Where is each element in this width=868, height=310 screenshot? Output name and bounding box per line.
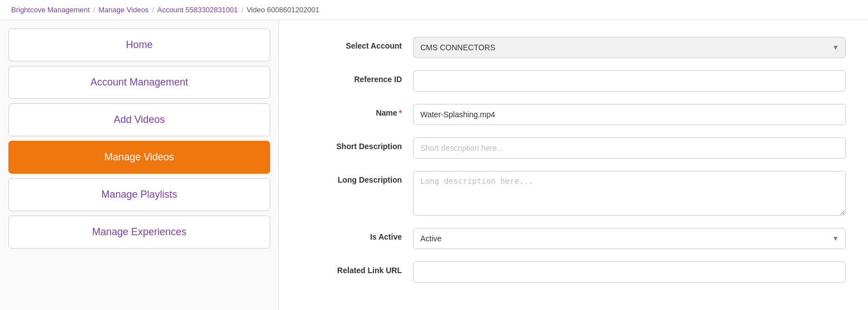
sidebar-item-home[interactable]: Home: [8, 28, 270, 61]
form-row-select-account: Select Account CMS CONNECTORS ▼: [301, 37, 846, 58]
is-active-select[interactable]: Active Inactive: [413, 228, 846, 249]
related-link-url-input[interactable]: [413, 261, 846, 283]
label-is-active: Is Active: [301, 228, 413, 241]
form-row-reference-id: Reference ID: [301, 70, 846, 92]
breadcrumb-brightcove-management[interactable]: Brightcove Management: [11, 6, 90, 14]
label-related-link-url: Related Link URL: [301, 261, 413, 275]
sidebar-item-add-videos[interactable]: Add Videos: [8, 103, 270, 136]
form-row-long-description: Long Description: [301, 171, 846, 216]
short-description-input[interactable]: [413, 137, 846, 159]
sidebar-item-manage-videos[interactable]: Manage Videos: [8, 141, 270, 174]
label-reference-id: Reference ID: [301, 70, 413, 84]
reference-id-input[interactable]: [413, 70, 846, 92]
breadcrumb-sep-2: /: [152, 6, 154, 14]
sidebar-item-manage-experiences[interactable]: Manage Experiences: [8, 216, 270, 249]
select-account-field[interactable]: CMS CONNECTORS: [413, 37, 846, 58]
sidebar: Home Account Management Add Videos Manag…: [0, 20, 279, 310]
is-active-wrapper: Active Inactive ▼: [413, 228, 846, 249]
select-account-wrapper: CMS CONNECTORS ▼: [413, 37, 846, 58]
breadcrumb-sep-1: /: [93, 6, 95, 14]
label-select-account: Select Account: [301, 37, 413, 50]
name-input[interactable]: [413, 104, 846, 125]
required-indicator: *: [399, 108, 402, 117]
label-name: Name*: [301, 104, 413, 117]
form-row-related-link-url: Related Link URL: [301, 261, 846, 283]
label-long-description: Long Description: [301, 171, 413, 184]
breadcrumb-manage-videos[interactable]: Manage Videos: [98, 6, 148, 14]
breadcrumb: Brightcove Management / Manage Videos / …: [0, 0, 868, 20]
form-row-short-description: Short Description: [301, 137, 846, 159]
content-area: Select Account CMS CONNECTORS ▼ Referenc…: [279, 20, 868, 310]
long-description-input[interactable]: [413, 171, 846, 216]
sidebar-item-account-management[interactable]: Account Management: [8, 66, 270, 99]
breadcrumb-sep-3: /: [241, 6, 243, 14]
breadcrumb-video: Video 6008601202001: [247, 6, 320, 14]
breadcrumb-account[interactable]: Account 5583302831001: [157, 6, 238, 14]
sidebar-item-manage-playlists[interactable]: Manage Playlists: [8, 178, 270, 211]
form-row-name: Name*: [301, 104, 846, 125]
form-row-is-active: Is Active Active Inactive ▼: [301, 228, 846, 249]
label-short-description: Short Description: [301, 137, 413, 151]
